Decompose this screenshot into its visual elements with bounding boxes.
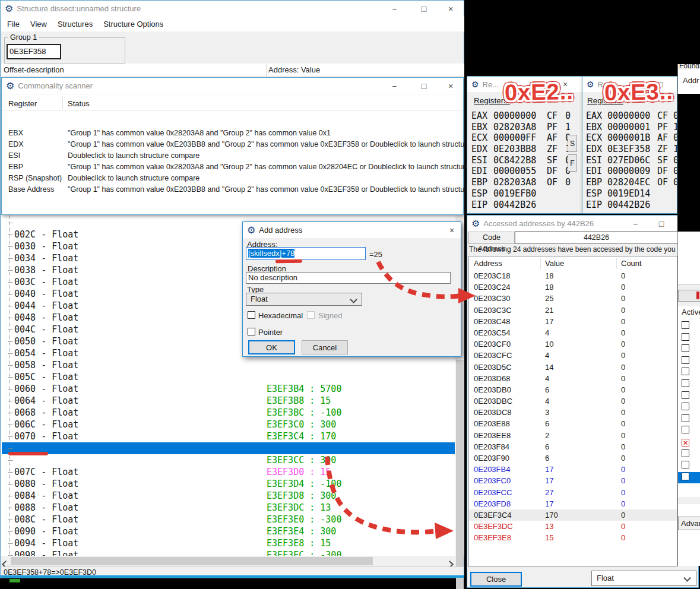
checkbox[interactable] [682, 473, 689, 480]
close-icon[interactable]: × [443, 222, 461, 238]
pointer-checkbox[interactable] [248, 328, 255, 335]
checkbox[interactable] [682, 414, 689, 422]
accessed-address-row[interactable]: 0E203C24 18 0 [469, 281, 677, 293]
accessed-address-row[interactable]: 0E203D5C 14 0 [469, 362, 677, 373]
maximize-button[interactable]: □ [415, 78, 433, 94]
register-row[interactable]: EBX 00000001 PF 1 [582, 122, 677, 133]
structure-row[interactable]: 0078 - Float E3EF3D0 : 15 [2, 442, 455, 454]
structure-row[interactable]: 0094 - Float E3EF3EC : -300 [2, 525, 455, 537]
structure-row[interactable]: 008C - Float E3EF3E4 : 300 [2, 502, 455, 514]
checkbox[interactable] [682, 333, 689, 341]
register-row[interactable]: EIP 00442B26 [467, 200, 582, 211]
address-input[interactable]: [skillsedx]+78 [246, 247, 366, 260]
accessed-address-row[interactable]: 0E3EF3E8 15 0 [469, 532, 677, 543]
col-value[interactable]: Value [545, 259, 564, 268]
accessed-address-row[interactable]: 0E203C3C 21 0 [469, 305, 677, 316]
hexadecimal-checkbox[interactable] [248, 311, 255, 319]
accessed-address-row[interactable]: 0E203FD8 17 0 [469, 498, 677, 509]
checkbox[interactable] [682, 439, 689, 446]
value-type-dropdown[interactable]: Float [591, 571, 696, 586]
minimize-button[interactable]: − [385, 78, 403, 94]
commonality-row[interactable]: Base Address "Group 1" has common value … [2, 184, 463, 195]
dialog-titlebar[interactable]: ⚙ Add address [243, 222, 461, 238]
checkbox[interactable] [682, 344, 689, 352]
col-address[interactable]: Address [474, 259, 502, 268]
code-address-input[interactable]: 442B26 [515, 231, 678, 244]
accessed-address-row[interactable]: 0E203C18 18 0 [469, 270, 677, 281]
accessed-address-row[interactable]: 0E203C30 25 0 [469, 293, 677, 304]
accessed-address-row[interactable]: 0E203FCC 27 0 [469, 487, 677, 498]
minimize-button[interactable]: − [385, 1, 403, 17]
accessed-address-row[interactable]: 0E203F84 6 0 [469, 441, 677, 452]
structure-row[interactable]: 005C - Float E3EF3B4 : 5700 [2, 359, 455, 371]
col-register[interactable]: Register [8, 99, 37, 108]
ok-button[interactable]: OK [248, 340, 295, 354]
accessed-address-row[interactable]: 0E203DBC 4 0 [469, 395, 677, 407]
accessed-address-row[interactable]: 0E3EF3C4 170 0 [469, 509, 677, 521]
menu-file[interactable]: File [7, 20, 20, 28]
menu-structure-options[interactable]: Structure Options [103, 20, 163, 28]
register-row[interactable]: EBP 028204EC OF 0 [582, 177, 677, 188]
accessed-address-row[interactable]: 0E203CFC 4 0 [469, 350, 677, 361]
commonality-row[interactable]: EDX "Group 1" has common value 0xE203BB8… [2, 139, 463, 150]
structure-row[interactable]: 0064 - Float E3EF3BC : -100 [2, 383, 455, 395]
col-status[interactable]: Status [68, 99, 90, 108]
checkbox[interactable] [682, 368, 689, 375]
advanced-button-fragment[interactable]: Advanc [678, 517, 700, 530]
structure-row[interactable]: 0098 - Float E3EF3F0 : 300 [2, 537, 455, 549]
register-row[interactable]: ESP 0019EFB0 [467, 188, 582, 200]
register-row[interactable]: EDX 0E3EF358 ZF 1 [582, 144, 677, 155]
accessed-address-row[interactable]: 0E3EF3DC 13 0 [469, 521, 677, 532]
register-row[interactable]: EDX 0E203BB8 ZF 1 [467, 144, 582, 155]
structure-row[interactable]: 0080 - Float E3EF3D8 : 300 [2, 466, 455, 478]
dissect-column-headers[interactable]: Offset-description Address: Value [1, 64, 464, 77]
register-row[interactable]: EBX 028203A8 PF 1 [467, 122, 582, 133]
structure-row[interactable]: 0060 - Float E3EF3B8 : 15 [2, 371, 455, 383]
accessed-address-row[interactable]: 0E203DB0 6 0 [469, 384, 677, 395]
structure-row[interactable]: 0070 - Float E3EF3C8 : -300 [2, 419, 455, 430]
accessed-address-row[interactable]: 0E203FB4 17 0 [469, 464, 677, 475]
checkbox[interactable] [682, 379, 689, 387]
accessed-address-row[interactable]: 0E203F90 6 0 [469, 452, 677, 464]
register-row[interactable]: ECX 000000FF AF 0 [467, 132, 582, 144]
register-row[interactable]: EAX 00000000 CF 0 [467, 110, 582, 122]
accessed-address-row[interactable]: 0E203C54 4 0 [469, 327, 677, 338]
register-row[interactable]: EDI 00000009 DF 0 [582, 166, 677, 177]
signed-checkbox[interactable] [307, 311, 315, 319]
structure-row[interactable]: 0088 - Float E3EF3E0 : -300 [2, 490, 455, 502]
accessed-address-row[interactable]: 0E203E88 6 0 [469, 418, 677, 429]
float-button[interactable]: F [568, 154, 577, 172]
accessed-address-row[interactable]: 0E203EE8 2 0 [469, 430, 677, 441]
close-icon[interactable]: × [442, 78, 460, 94]
toolbar-button-fragment[interactable] [678, 290, 700, 302]
vscroll-thumb[interactable] [456, 360, 464, 589]
accessed-address-row[interactable]: 0E203DC8 3 0 [469, 407, 677, 418]
accessed-address-row[interactable]: 0E203FC0 17 0 [469, 475, 677, 486]
register-row[interactable]: ESI 0C8422B8 SF 0 [467, 155, 582, 166]
structure-row[interactable]: 009C - 4 Bytes E3EF3F4 : 0 [2, 549, 455, 556]
structure-row[interactable]: 0068 - Float E3EF3C0 : 300 [2, 395, 455, 407]
maximize-button[interactable]: □ [653, 216, 670, 232]
close-icon[interactable]: × [442, 1, 460, 17]
register-row[interactable]: ESP 0019ED14 [582, 188, 677, 200]
commonality-row[interactable]: EBP "Group 1" has common value 0x28203A8… [2, 162, 463, 173]
accessed-address-row[interactable]: 0E203CF0 10 0 [469, 338, 677, 350]
horizontal-scrollbar[interactable] [1, 556, 455, 566]
checkbox[interactable] [682, 426, 689, 433]
register-row[interactable]: EIP 00442B26 [582, 200, 677, 211]
checkbox[interactable] [682, 403, 689, 410]
menu-structures[interactable]: Structures [58, 20, 93, 28]
register-row[interactable]: EBP 028203A8 OF 0 [467, 177, 582, 188]
register-row[interactable]: EDI 00000055 DF 0 [467, 166, 582, 177]
cancel-button[interactable]: Cancel [302, 340, 348, 354]
checkbox[interactable] [682, 356, 689, 364]
accessed-address-row[interactable]: 0E203C48 17 0 [469, 316, 677, 327]
accessed-address-row[interactable]: 0E203D68 4 0 [469, 373, 677, 384]
checkbox[interactable] [682, 461, 689, 468]
checkbox[interactable] [682, 391, 689, 399]
maximize-button[interactable]: □ [415, 1, 433, 17]
menu-view[interactable]: View [30, 20, 47, 28]
register-row[interactable]: EAX 00000000 CF 0 [582, 110, 677, 122]
structure-row[interactable]: 0090 - Float E3EF3E8 : 15 [2, 514, 455, 525]
stack-button[interactable]: S [568, 135, 577, 152]
